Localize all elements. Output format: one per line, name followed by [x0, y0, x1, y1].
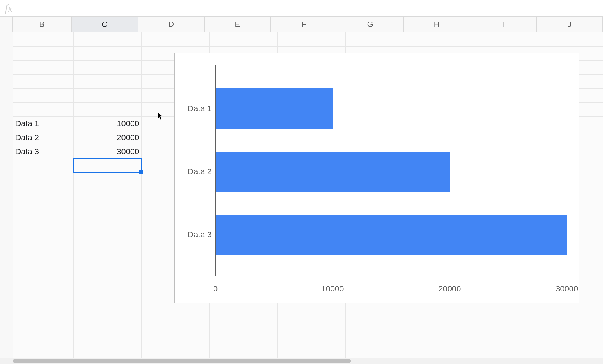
chart-bar: [216, 152, 450, 192]
row-gridline: [13, 313, 603, 313]
column-header-J[interactable]: J: [537, 17, 603, 32]
column-header-B[interactable]: B: [13, 17, 72, 32]
chart-x-tick-label: 20000: [438, 284, 461, 293]
column-header-C[interactable]: C: [72, 17, 138, 32]
cell-C8[interactable]: 20000: [73, 131, 141, 145]
chart-category-label: Data 3: [188, 230, 212, 239]
horizontal-scrollbar-thumb[interactable]: [13, 359, 351, 363]
row-headers[interactable]: [0, 32, 13, 364]
column-header-F[interactable]: F: [271, 17, 337, 32]
formula-input[interactable]: [21, 0, 603, 16]
cell-B9[interactable]: Data 3: [13, 145, 73, 159]
column-gridline: [73, 32, 74, 364]
column-headers: BCDEFGHIJ: [0, 17, 603, 32]
row-gridline: [13, 327, 603, 327]
row-gridline: [13, 341, 603, 341]
select-all-cell[interactable]: [0, 17, 13, 32]
column-header-E[interactable]: E: [205, 17, 271, 32]
cell-C9[interactable]: 30000: [73, 145, 141, 159]
chart-plot-area: Data 1Data 2Data 30100002000030000: [175, 53, 579, 303]
chart-category-label: Data 1: [188, 104, 212, 113]
column-header-I[interactable]: I: [470, 17, 537, 32]
column-header-H[interactable]: H: [404, 17, 470, 32]
column-gridline: [141, 32, 142, 364]
spreadsheet-grid[interactable]: Data 1Data 2Data 3100002000030000Data 1D…: [0, 32, 603, 364]
cell-B7[interactable]: Data 1: [13, 116, 73, 131]
formula-bar: fx: [0, 0, 603, 17]
column-header-G[interactable]: G: [337, 17, 404, 32]
row-gridline: [13, 46, 603, 47]
chart-bar: [216, 88, 333, 129]
column-header-D[interactable]: D: [138, 17, 205, 32]
cell-C7[interactable]: 10000: [73, 116, 141, 131]
row-gridline: [13, 355, 603, 355]
active-cell-selection[interactable]: [73, 158, 142, 173]
fill-handle[interactable]: [139, 170, 143, 174]
embedded-chart[interactable]: Data 1Data 2Data 30100002000030000: [174, 53, 579, 303]
horizontal-scrollbar[interactable]: [0, 358, 603, 364]
cell-B8[interactable]: Data 2: [13, 131, 73, 145]
fx-icon: fx: [0, 0, 21, 16]
chart-x-tick-label: 10000: [321, 284, 344, 293]
chart-category-label: Data 2: [188, 167, 212, 176]
chart-y-axis: [215, 65, 216, 276]
chart-x-tick-label: 30000: [555, 284, 578, 293]
chart-x-tick-label: 0: [213, 284, 218, 293]
chart-bar: [216, 215, 567, 255]
